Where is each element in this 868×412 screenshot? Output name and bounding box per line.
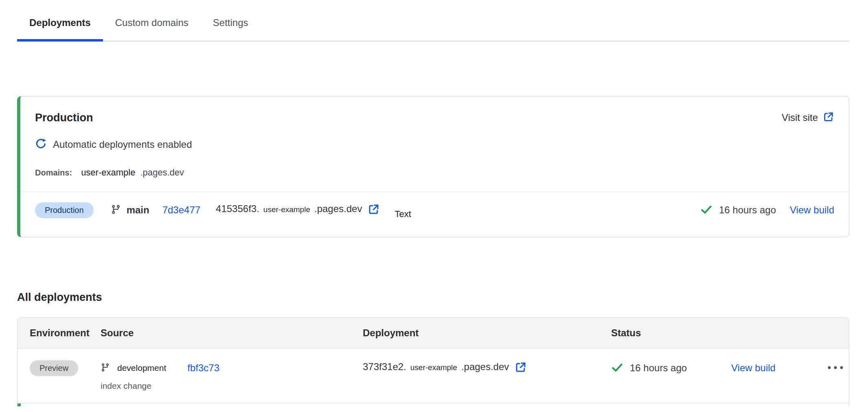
auto-deployments-row: Automatic deployments enabled xyxy=(35,138,834,151)
environment-cell: Preview xyxy=(18,359,101,377)
production-status: 16 hours ago View build xyxy=(700,203,834,217)
tab-settings[interactable]: Settings xyxy=(201,11,261,42)
column-header-source: Source xyxy=(101,327,363,339)
view-build-link[interactable]: View build xyxy=(790,204,834,216)
deployment-url-prefix: 415356f3. xyxy=(216,203,259,215)
deployment-url-prefix: 373f31e2. xyxy=(363,361,406,373)
deployment-url-name: user-example xyxy=(410,363,457,372)
deployments-table: Environment Source Deployment Status Pre… xyxy=(17,318,849,406)
source-cell: development fbf3c73 index change xyxy=(101,359,363,391)
refresh-icon xyxy=(35,138,46,151)
git-branch-icon xyxy=(111,204,121,216)
deployment-time: 16 hours ago xyxy=(719,204,776,216)
success-check-icon xyxy=(611,361,623,375)
view-build-link[interactable]: View build xyxy=(731,362,776,374)
branch-name: development xyxy=(117,363,166,373)
external-link-icon[interactable] xyxy=(368,203,380,217)
tab-bar: Deployments Custom domains Settings xyxy=(17,11,849,42)
deployment-url-suffix: .pages.dev xyxy=(461,361,509,373)
note-text: Text xyxy=(395,209,411,219)
deployment-time: 16 hours ago xyxy=(630,362,687,374)
action-cell: View build xyxy=(731,359,825,377)
success-check-icon xyxy=(700,203,712,217)
production-deployment-row: Production main 7d3e477 415356f3. user-e… xyxy=(35,192,834,228)
branch-name: main xyxy=(127,204,149,216)
commit-link[interactable]: fbf3c73 xyxy=(187,362,219,374)
deployment-url: 373f31e2. user-example .pages.dev xyxy=(363,361,527,375)
deployment-cell: 373f31e2. user-example .pages.dev xyxy=(363,359,611,377)
environment-badge: Production xyxy=(35,202,94,218)
external-link-icon xyxy=(823,111,834,124)
production-card: Production Visit site Automa xyxy=(17,96,849,237)
next-row-partial xyxy=(18,403,849,406)
domains-row: Domains: user-example .pages.dev xyxy=(35,167,834,178)
visit-site-label: Visit site xyxy=(782,112,818,123)
status-cell: 16 hours ago xyxy=(611,359,731,377)
column-header-deployment: Deployment xyxy=(363,327,611,339)
table-header-row: Environment Source Deployment Status xyxy=(18,318,849,348)
table-row: Preview development fbf3c73 index change xyxy=(18,348,849,403)
tab-custom-domains[interactable]: Custom domains xyxy=(103,11,201,42)
domains-label: Domains: xyxy=(35,168,72,178)
tab-deployments[interactable]: Deployments xyxy=(17,11,103,42)
branch-group: main xyxy=(111,204,149,216)
pages-deployments-page: Deployments Custom domains Settings Prod… xyxy=(0,11,868,412)
deployment-url: 415356f3. user-example .pages.dev xyxy=(216,203,380,217)
deployment-url-suffix: .pages.dev xyxy=(314,203,362,215)
external-link-icon[interactable] xyxy=(515,361,527,375)
production-row-indicator xyxy=(18,403,21,406)
column-header-status: Status xyxy=(611,327,731,339)
production-card-header: Production Visit site xyxy=(35,96,834,124)
commit-link[interactable]: 7d3e477 xyxy=(162,204,200,216)
environment-badge: Preview xyxy=(30,360,78,376)
git-branch-icon xyxy=(101,363,110,374)
ellipsis-menu-button[interactable] xyxy=(825,362,846,374)
auto-deployments-text: Automatic deployments enabled xyxy=(53,139,192,150)
visit-site-link[interactable]: Visit site xyxy=(782,111,834,124)
menu-cell xyxy=(825,359,849,377)
domain-suffix: .pages.dev xyxy=(140,167,184,178)
production-card-title: Production xyxy=(35,112,93,124)
commit-message: index change xyxy=(101,381,363,391)
column-header-environment: Environment xyxy=(18,327,101,339)
domain-name: user-example xyxy=(81,167,135,178)
all-deployments-title: All deployments xyxy=(17,291,868,304)
deployment-url-name: user-example xyxy=(263,205,310,214)
